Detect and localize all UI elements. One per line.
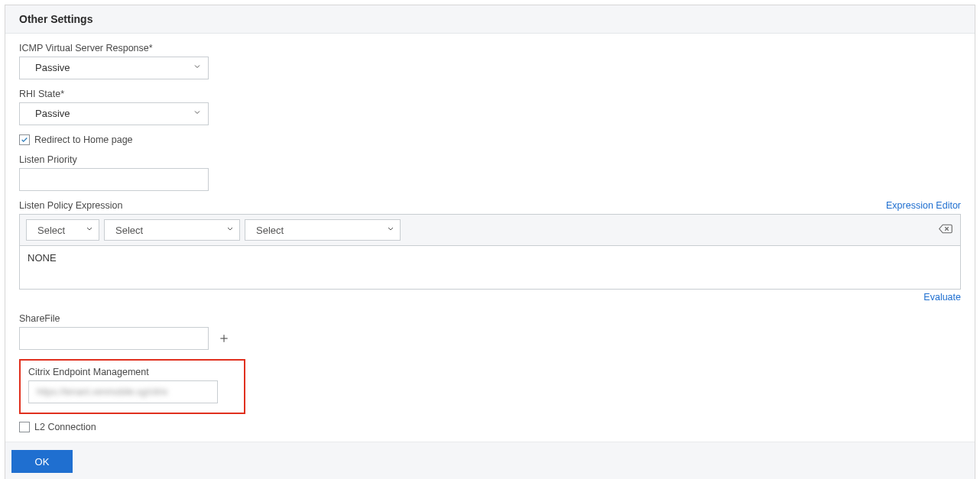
chevron-down-icon [193, 57, 202, 79]
clear-icon[interactable] [939, 224, 952, 237]
chevron-down-icon [85, 225, 94, 236]
expr-select-1[interactable]: Select [26, 219, 99, 241]
ok-button[interactable]: OK [11, 450, 73, 473]
chevron-down-icon [193, 103, 202, 125]
rhi-field: RHI State* Passive [19, 89, 961, 125]
l2-checkbox[interactable] [19, 422, 30, 432]
icmp-select[interactable]: Passive [19, 57, 209, 79]
redirect-label: Redirect to Home page [34, 134, 133, 145]
listen-policy-header-row: Listen Policy Expression Expression Edit… [19, 200, 961, 211]
expression-toolbar: Select Select Select [20, 215, 960, 246]
rhi-label: RHI State* [19, 89, 961, 99]
expression-block: Select Select Select [19, 214, 961, 290]
sharefile-label: ShareFile [19, 313, 961, 324]
listen-priority-field: Listen Priority [19, 154, 961, 191]
panel-footer: OK [5, 442, 975, 479]
expr-select-3[interactable]: Select [245, 219, 401, 241]
icmp-label: ICMP Virtual Server Response* [19, 43, 961, 53]
sharefile-field: ShareFile [19, 313, 961, 350]
evaluate-row: Evaluate [19, 291, 961, 303]
icmp-field: ICMP Virtual Server Response* Passive [19, 43, 961, 79]
expr-select-2[interactable]: Select [104, 219, 240, 241]
chevron-down-icon [386, 225, 395, 236]
sharefile-input[interactable] [19, 327, 209, 350]
chevron-down-icon [226, 225, 235, 236]
panel-body: ICMP Virtual Server Response* Passive RH… [5, 34, 975, 442]
cem-highlight: Citrix Endpoint Management https://tenan… [19, 359, 245, 414]
expression-body[interactable]: NONE [20, 246, 960, 289]
l2-checkbox-row: L2 Connection [19, 422, 961, 432]
cem-input[interactable]: https://tenant.xenmobile.sg/citrix [28, 380, 218, 403]
cem-value: https://tenant.xenmobile.sg/citrix [29, 381, 175, 403]
rhi-select-value: Passive [35, 108, 70, 119]
expression-editor-link[interactable]: Expression Editor [886, 200, 961, 211]
listen-policy-label: Listen Policy Expression [19, 200, 122, 211]
listen-priority-input[interactable] [19, 168, 209, 191]
sharefile-row [19, 327, 961, 350]
listen-priority-label: Listen Priority [19, 154, 961, 165]
expr-select-1-value: Select [37, 225, 65, 236]
icmp-select-value: Passive [35, 62, 70, 73]
expr-select-2-value: Select [115, 225, 143, 236]
l2-label: L2 Connection [34, 422, 96, 432]
rhi-select[interactable]: Passive [19, 102, 209, 125]
plus-icon[interactable] [216, 331, 232, 346]
redirect-checkbox-row: Redirect to Home page [19, 134, 961, 145]
expr-select-3-value: Select [256, 225, 284, 236]
evaluate-link[interactable]: Evaluate [923, 292, 961, 303]
other-settings-panel: Other Settings ICMP Virtual Server Respo… [5, 5, 975, 479]
redirect-checkbox[interactable] [19, 134, 30, 145]
panel-title: Other Settings [5, 5, 975, 34]
cem-label: Citrix Endpoint Management [28, 367, 236, 377]
